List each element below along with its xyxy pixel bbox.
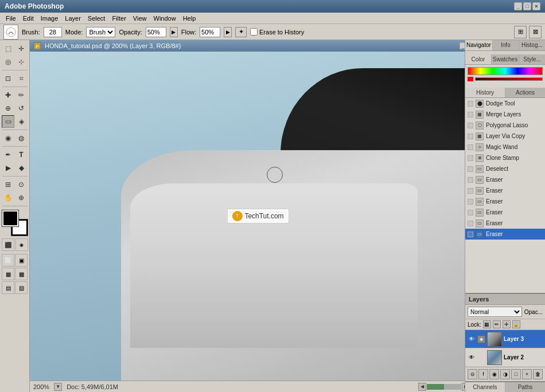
menu-image[interactable]: Image	[37, 14, 62, 23]
foreground-color[interactable]	[2, 210, 18, 226]
layer-style-btn[interactable]: f	[478, 369, 488, 379]
lasso-tool-btn[interactable]: ◎	[2, 56, 14, 68]
lock-position-btn[interactable]: ✛	[503, 320, 511, 328]
opacity-arrow[interactable]: ▶	[170, 27, 178, 37]
color-spectrum-bar[interactable]	[468, 67, 543, 75]
heal-tool-btn[interactable]: ✚	[2, 89, 14, 101]
type-tool-btn[interactable]: T	[15, 148, 28, 161]
slice-tool-btn[interactable]: ⌗	[15, 72, 28, 85]
history-eraser-5[interactable]: ▭ Eraser	[465, 218, 545, 229]
layer-2-item[interactable]: 👁 Layer 2	[465, 348, 545, 367]
tab-navigator[interactable]: Navigator	[465, 40, 493, 50]
menu-window[interactable]: Window	[150, 14, 180, 23]
flow-input[interactable]: 50%	[200, 27, 220, 37]
screen-mode-button[interactable]: ⊠	[529, 26, 542, 38]
layer-delete-btn[interactable]: 🗑	[533, 369, 543, 379]
tab-channels[interactable]: Channels	[465, 382, 505, 392]
menu-filter[interactable]: Filter	[108, 14, 129, 23]
screen-mode-3[interactable]: ▦	[2, 268, 14, 280]
blend-mode-select[interactable]: Normal	[468, 307, 522, 317]
maximize-button[interactable]: □	[523, 2, 531, 10]
tab-styles[interactable]: Style...	[519, 54, 545, 64]
layer-2-visibility[interactable]: 👁	[468, 354, 476, 362]
eraser-tool-btn[interactable]: ▭	[2, 115, 14, 128]
menu-view[interactable]: View	[130, 14, 150, 23]
history-eraser-4[interactable]: ▭ Eraser	[465, 207, 545, 218]
tab-histog[interactable]: Histog...	[519, 40, 545, 50]
magic-wand-btn[interactable]: ⊹	[15, 56, 28, 68]
menu-select[interactable]: Select	[84, 14, 109, 23]
minimize-button[interactable]: _	[514, 2, 522, 10]
tab-history[interactable]: History	[465, 88, 505, 97]
history-eraser-3[interactable]: ▭ Eraser	[465, 196, 545, 207]
scroll-left-btn[interactable]: ◀	[418, 383, 426, 391]
brush-size-input[interactable]: 28	[44, 27, 62, 37]
mode-select[interactable]: Brush	[86, 27, 115, 37]
layer-3-item[interactable]: 👁 ◉ Layer 3	[465, 330, 545, 348]
layer-3-visibility[interactable]: 👁	[468, 335, 476, 343]
layer-group-btn[interactable]: □	[511, 369, 521, 379]
menu-help[interactable]: Help	[180, 14, 200, 23]
erase-history-checkbox[interactable]	[250, 28, 258, 36]
tab-swatches[interactable]: Swatches	[492, 54, 519, 64]
blur-tool-btn[interactable]: ◉	[2, 132, 14, 144]
menu-layer[interactable]: Layer	[61, 14, 84, 23]
layer-adjustment-btn[interactable]: ◑	[500, 369, 510, 379]
history-polygonal-lasso[interactable]: ⬡ Polygonal Lasso	[465, 120, 545, 131]
screen-mode-5[interactable]: ▤	[2, 281, 14, 294]
pen-tool-btn[interactable]: ✒	[2, 148, 14, 161]
history-magic-wand[interactable]: ⊹ Magic Wand	[465, 142, 545, 152]
tab-actions[interactable]: Actions	[505, 88, 545, 97]
history-layer-via-copy[interactable]: ▦ Layer Via Copy	[465, 131, 545, 142]
lock-all-btn[interactable]: 🔒	[512, 320, 520, 328]
opacity-input[interactable]: 50%	[146, 27, 166, 37]
history-eraser-1[interactable]: ▭ Eraser	[465, 174, 545, 185]
history-clone-stamp[interactable]: ⊕ Clone Stamp	[465, 152, 545, 163]
marquee-tool-btn[interactable]: ⬚	[2, 42, 14, 55]
history-merge-layers[interactable]: ▦ Merge Layers	[465, 109, 545, 120]
zoom-tool-btn[interactable]: ⊕	[15, 191, 28, 204]
dodge-tool-btn[interactable]: ◍	[15, 132, 28, 144]
quick-mask-btn[interactable]: ◉	[15, 238, 28, 251]
history-deselect[interactable]: ▭ Deselect	[465, 163, 545, 174]
scroll-right-btn[interactable]: ▶	[462, 383, 465, 391]
brush-tool-btn[interactable]: ✏	[15, 89, 28, 101]
flow-arrow[interactable]: ▶	[224, 27, 232, 37]
standard-mode-btn[interactable]: ⬛	[2, 238, 14, 251]
tab-info[interactable]: Info	[493, 40, 519, 50]
path-select-btn[interactable]: ▶	[2, 162, 14, 174]
screen-mode-4[interactable]: ▩	[15, 268, 28, 280]
menu-file[interactable]: File	[2, 14, 20, 23]
close-button[interactable]: ×	[532, 2, 540, 10]
shape-tool-btn[interactable]: ◆	[15, 162, 28, 174]
history-dodge-tool[interactable]: ⬤ Dodge Tool	[465, 98, 545, 109]
fill-tool-btn[interactable]: ◈	[15, 115, 28, 128]
history-brush-btn[interactable]: ↺	[15, 102, 28, 115]
canvas-minimize-btn[interactable]: _	[460, 42, 465, 49]
screen-mode-full-btn[interactable]: ▣	[15, 254, 28, 266]
screen-mode-6[interactable]: ▧	[15, 281, 28, 294]
red-slider[interactable]	[475, 77, 543, 81]
layer-new-btn[interactable]: +	[522, 369, 532, 379]
tab-color[interactable]: Color	[465, 54, 492, 64]
layer-mask-btn[interactable]: ◉	[489, 369, 499, 379]
notes-tool-btn[interactable]: ⊞	[2, 178, 14, 191]
history-eraser-active[interactable]: ▭ Eraser	[465, 229, 545, 240]
lock-pixels-btn[interactable]: ✏	[493, 320, 501, 328]
brush-preview[interactable]	[3, 25, 18, 40]
airbrush-button[interactable]: ✦	[235, 27, 247, 37]
screen-mode-standard-btn[interactable]: ⬜	[2, 254, 14, 266]
layer-link-btn[interactable]: ⊝	[468, 369, 477, 379]
lock-transparency-btn[interactable]: ▦	[483, 320, 491, 328]
eyedropper-btn[interactable]: ⊙	[15, 178, 28, 191]
hand-tool-btn[interactable]: ✋	[2, 191, 14, 204]
history-eraser-2[interactable]: ▭ Eraser	[465, 185, 545, 196]
zoom-dropdown-btn[interactable]: ▼	[54, 383, 62, 391]
crop-tool-btn[interactable]: ⊡	[2, 72, 14, 85]
palettes-button[interactable]: ⊞	[514, 26, 527, 38]
canvas-content[interactable]: T TechTut.com	[30, 52, 465, 381]
move-tool-btn[interactable]: ✛	[15, 42, 28, 55]
menu-edit[interactable]: Edit	[20, 14, 37, 23]
tab-paths[interactable]: Paths	[505, 382, 545, 392]
clone-stamp-btn[interactable]: ⊕	[2, 102, 14, 115]
